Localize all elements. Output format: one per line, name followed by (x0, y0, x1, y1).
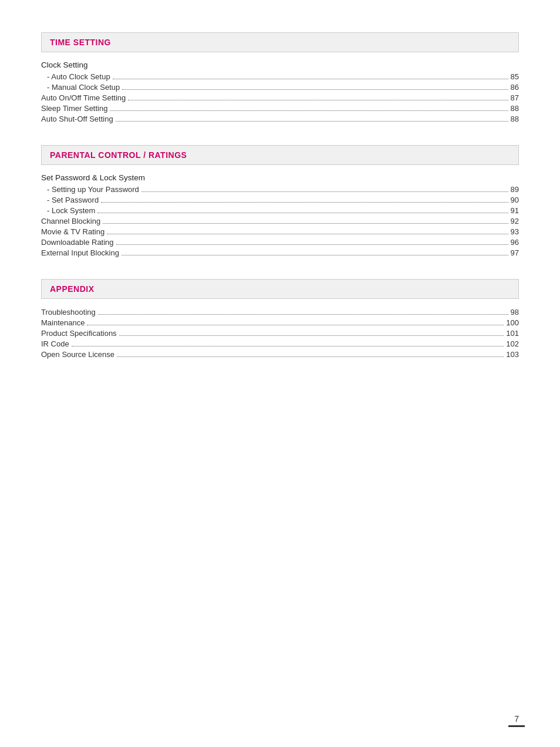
toc-item: External Input Blocking97 (41, 248, 519, 258)
toc-page: 88 (511, 104, 519, 113)
toc-label: Auto Shut-Off Setting (41, 115, 113, 123)
toc-page: 102 (506, 339, 519, 348)
toc-item: Downloadable Rating96 (41, 237, 519, 247)
toc-page: 98 (511, 308, 519, 317)
toc-item: Auto On/Off Time Setting87 (41, 93, 519, 103)
toc-dots (101, 202, 508, 203)
section-appendix: APPENDIXTroubleshooting98Maintenance100P… (41, 279, 519, 359)
toc-dots (122, 89, 508, 90)
toc-item: IR Code102 (41, 339, 519, 349)
subsection-title: Clock Setting (41, 60, 519, 69)
toc-page: 93 (511, 227, 519, 236)
toc-item: - Manual Clock Setup86 (41, 82, 519, 92)
toc-item: Movie & TV Rating93 (41, 227, 519, 237)
toc-dots (116, 244, 508, 245)
toc-dots (141, 191, 508, 192)
toc-label: Channel Blocking (41, 217, 100, 226)
toc-label: Auto On/Off Time Setting (41, 93, 126, 102)
toc-label: - Auto Clock Setup (47, 72, 110, 81)
page-number-bar (508, 725, 525, 727)
toc-label: External Input Blocking (41, 248, 119, 257)
toc-page: 97 (511, 248, 519, 257)
toc-item: Open Source License103 (41, 349, 519, 359)
toc-label: - Lock System (47, 206, 95, 215)
toc-item: Channel Blocking92 (41, 216, 519, 226)
toc-page: 88 (511, 115, 519, 123)
toc-label: Troubleshooting (41, 308, 96, 317)
toc-label: Movie & TV Rating (41, 227, 104, 236)
toc-page: 100 (506, 318, 519, 327)
section-title-parental-control: PARENTAL CONTROL / RATINGS (50, 150, 187, 160)
toc-item: - Auto Clock Setup85 (41, 72, 519, 82)
toc-dots (122, 255, 508, 255)
section-parental-control: PARENTAL CONTROL / RATINGSSet Password &… (41, 145, 519, 258)
toc-label: Sleep Timer Setting (41, 104, 107, 113)
toc-dots (116, 121, 508, 122)
toc-dots (97, 213, 508, 213)
toc-label: - Manual Clock Setup (47, 83, 120, 92)
toc-page: 87 (511, 93, 519, 102)
toc-label: - Setting up Your Password (47, 185, 139, 194)
toc-item: Sleep Timer Setting88 (41, 103, 519, 113)
section-title-appendix: APPENDIX (50, 284, 95, 294)
toc-page: 92 (511, 217, 519, 226)
toc-page: 101 (506, 329, 519, 338)
toc-item: Troubleshooting98 (41, 307, 519, 317)
subsection-title: Set Password & Lock System (41, 173, 519, 182)
toc-label: Downloadable Rating (41, 238, 114, 247)
toc-label: IR Code (41, 339, 69, 348)
toc-label: Product Specifications (41, 329, 117, 338)
toc-label: - Set Password (47, 196, 99, 204)
toc-page: 85 (511, 72, 519, 81)
toc-page: 89 (511, 185, 519, 194)
page-number: 7 (514, 714, 519, 724)
toc-dots (87, 325, 504, 325)
toc-dots (117, 356, 504, 357)
toc-item: Auto Shut-Off Setting88 (41, 114, 519, 124)
toc-page: 103 (506, 350, 519, 359)
toc-dots (119, 335, 504, 336)
section-time-setting: TIME SETTINGClock Setting- Auto Clock Se… (41, 32, 519, 124)
section-title-time-setting: TIME SETTING (50, 38, 111, 47)
toc-page: 86 (511, 83, 519, 92)
section-header-appendix: APPENDIX (41, 279, 519, 299)
toc-dots (103, 223, 508, 224)
section-header-parental-control: PARENTAL CONTROL / RATINGS (41, 145, 519, 165)
toc-item: - Set Password90 (41, 195, 519, 205)
toc-dots (113, 79, 508, 79)
toc-page: 90 (511, 196, 519, 204)
toc-item: - Setting up Your Password89 (41, 184, 519, 194)
section-header-time-setting: TIME SETTING (41, 32, 519, 52)
toc-dots (107, 234, 508, 234)
toc-item: Maintenance100 (41, 318, 519, 328)
toc-dots (98, 314, 508, 315)
toc-label: Maintenance (41, 318, 85, 327)
toc-page: 91 (511, 206, 519, 215)
toc-dots (128, 100, 508, 100)
toc-dots (110, 110, 508, 111)
page: TIME SETTINGClock Setting- Auto Clock Se… (0, 0, 560, 747)
toc-page: 96 (511, 238, 519, 247)
toc-dots (72, 346, 504, 346)
toc-item: - Lock System91 (41, 206, 519, 216)
toc-item: Product Specifications101 (41, 328, 519, 338)
toc-label: Open Source License (41, 350, 114, 359)
